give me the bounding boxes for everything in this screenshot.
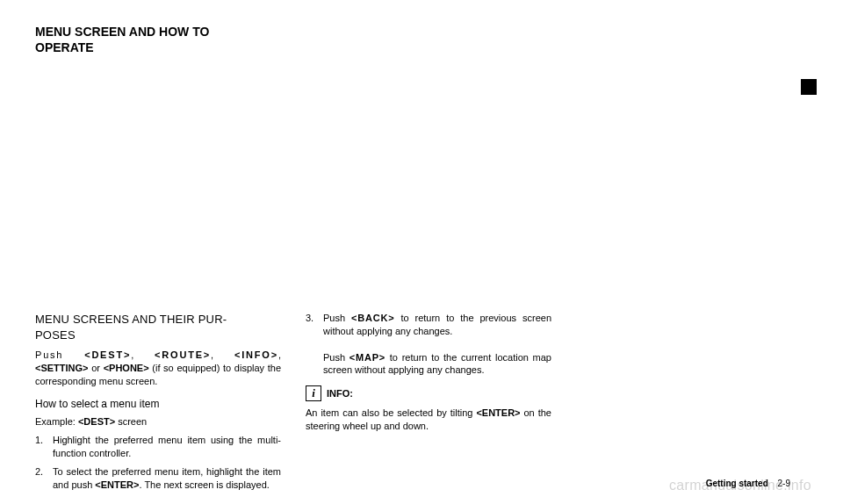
info-para-a: An item can also be selected by tilting — [306, 407, 476, 418]
step-number: 2. — [35, 465, 46, 492]
btn-enter: <ENTER> — [95, 479, 139, 490]
steps-list-continued: 3. Push <BACK> to return to the previous… — [306, 312, 551, 377]
step-number: 1. — [35, 434, 46, 460]
step3-a: Push — [323, 313, 351, 323]
if-equipped: (if so equipped) — [152, 363, 220, 373]
manual-page: MENU SCREEN AND HOW TO OPERATE MENU SCRE… — [0, 0, 843, 504]
step2-b: . The next screen is displayed. — [139, 479, 269, 490]
btn-dest: <DEST> — [84, 349, 131, 360]
info-callout: i INFO: — [306, 385, 551, 401]
btn-setting: <SETTING> — [35, 363, 89, 373]
para-push-buttons: Push <DEST>, <ROUTE>, <INFO>, <SETTING> … — [35, 349, 281, 388]
btn-info: <INFO> — [234, 349, 278, 360]
list-item: 1. Highlight the preferred menu item usi… — [35, 434, 281, 460]
btn-dest-example: <DEST> — [78, 416, 115, 427]
btn-enter-wheel: <ENTER> — [476, 407, 520, 418]
subheading-line2: POSES — [35, 328, 76, 342]
comma1: , — [131, 349, 133, 360]
push-word: Push — [35, 349, 63, 360]
step1-text: Highlight the preferred menu item using … — [53, 434, 281, 460]
step2-text: To select the preferred menu item, highl… — [53, 465, 281, 492]
subheading-line1: MENU SCREENS AND THEIR PUR- — [35, 313, 227, 326]
btn-phone: <PHONE> — [104, 363, 149, 373]
page-title-line2: OPERATE — [35, 40, 790, 56]
or-word: or — [91, 363, 100, 373]
subheading-menu-screens: MENU SCREENS AND THEIR PUR- POSES — [35, 312, 281, 342]
btn-back: <BACK> — [351, 313, 394, 323]
section-marker — [801, 79, 817, 95]
info-para: An item can also be selected by tilting … — [306, 407, 551, 433]
subheading-howto: How to select a menu item — [35, 397, 281, 411]
para-example: Example: <DEST> screen — [35, 415, 281, 428]
example-prefix: Example: — [35, 416, 76, 427]
page-title: MENU SCREEN AND HOW TO OPERATE — [35, 25, 790, 55]
content-columns: MENU SCREENS AND THEIR PUR- POSES Push <… — [35, 312, 790, 498]
step-number: 3. — [306, 312, 316, 377]
comma2: , — [211, 349, 213, 360]
btn-route: <ROUTE> — [155, 349, 211, 360]
step3-text: Push <BACK> to return to the previous sc… — [323, 312, 551, 377]
column-right: 3. Push <BACK> to return to the previous… — [306, 312, 551, 498]
example-suffix: screen — [118, 416, 147, 427]
comma3: , — [278, 349, 281, 360]
info-icon: i — [306, 385, 321, 401]
step3-c: Push — [323, 352, 349, 363]
info-label: INFO: — [327, 387, 353, 400]
list-item: 3. Push <BACK> to return to the previous… — [306, 312, 551, 377]
column-left: MENU SCREENS AND THEIR PUR- POSES Push <… — [35, 312, 281, 498]
watermark: carmanualsonline.info — [669, 478, 811, 493]
list-item: 2. To select the preferred menu item, hi… — [35, 465, 281, 492]
page-title-line1: MENU SCREEN AND HOW TO — [35, 25, 790, 40]
steps-list: 1. Highlight the preferred menu item usi… — [35, 434, 281, 492]
btn-map: <MAP> — [349, 352, 385, 363]
